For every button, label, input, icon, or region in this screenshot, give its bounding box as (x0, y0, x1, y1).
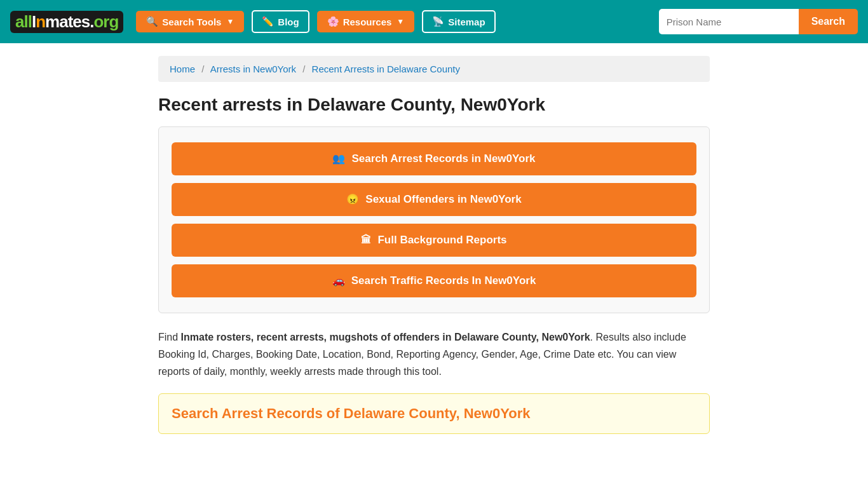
arrest-records-label: Search Arrest Records in New0York (351, 152, 535, 165)
sitemap-button[interactable]: Sitemap (422, 10, 495, 33)
breadcrumb: Home / Arrests in New0York / Recent Arre… (158, 56, 710, 82)
bottom-section: Search Arrest Records of Delaware County… (158, 393, 710, 434)
sexual-offenders-button[interactable]: Sexual Offenders in New0York (172, 183, 696, 216)
traffic-records-label: Search Traffic Records In New0York (351, 274, 536, 287)
blog-button[interactable]: Blog (252, 10, 309, 33)
sitemap-icon (432, 16, 444, 27)
logo-text: allInmates.org (10, 11, 123, 33)
logo[interactable]: allInmates.org (10, 11, 123, 33)
resources-icon (327, 16, 339, 27)
dropdown-caret-resources: ▼ (397, 17, 404, 26)
blog-icon (262, 16, 274, 27)
header-search: Search (659, 9, 858, 34)
background-reports-label: Full Background Reports (377, 234, 506, 247)
site-header: allInmates.org Search Tools ▼ Blog Resou… (0, 0, 868, 43)
search-icon (146, 16, 158, 27)
prison-search-button[interactable]: Search (799, 9, 858, 34)
resources-label: Resources (343, 17, 392, 27)
breadcrumb-current: Recent Arrests in Delaware County (312, 64, 460, 74)
breadcrumb-home[interactable]: Home (170, 64, 195, 74)
main-content: Home / Arrests in New0York / Recent Arre… (148, 43, 720, 447)
page-title: Recent arrests in Delaware County, New0Y… (158, 95, 710, 115)
car-icon (332, 274, 345, 287)
people-icon (332, 152, 345, 165)
traffic-records-button[interactable]: Search Traffic Records In New0York (172, 264, 696, 297)
resources-button[interactable]: Resources ▼ (317, 11, 415, 32)
prison-search-input[interactable] (659, 9, 799, 34)
search-button-label: Search (811, 16, 845, 27)
description-paragraph: Find Inmate rosters, recent arrests, mug… (158, 329, 710, 381)
description-bold: Inmate rosters, recent arrests, mugshots… (181, 332, 590, 342)
sex-offenders-label: Sexual Offenders in New0York (365, 193, 521, 206)
building-icon (361, 234, 371, 247)
search-tools-button[interactable]: Search Tools ▼ (136, 11, 244, 32)
background-reports-button[interactable]: Full Background Reports (172, 224, 696, 257)
action-buttons-card: Search Arrest Records in New0York Sexual… (158, 126, 710, 313)
breadcrumb-sep-2: / (302, 64, 305, 74)
sitemap-label: Sitemap (448, 17, 485, 27)
breadcrumb-arrests-ny[interactable]: Arrests in New0York (210, 64, 296, 74)
bottom-section-title: Search Arrest Records of Delaware County… (172, 405, 696, 422)
description-part1: Find (158, 332, 181, 342)
search-arrest-records-button[interactable]: Search Arrest Records in New0York (172, 142, 696, 175)
search-tools-label: Search Tools (162, 17, 221, 27)
blog-label: Blog (278, 17, 299, 27)
angry-icon (346, 193, 359, 206)
breadcrumb-sep-1: / (201, 64, 204, 74)
dropdown-caret: ▼ (226, 17, 234, 26)
